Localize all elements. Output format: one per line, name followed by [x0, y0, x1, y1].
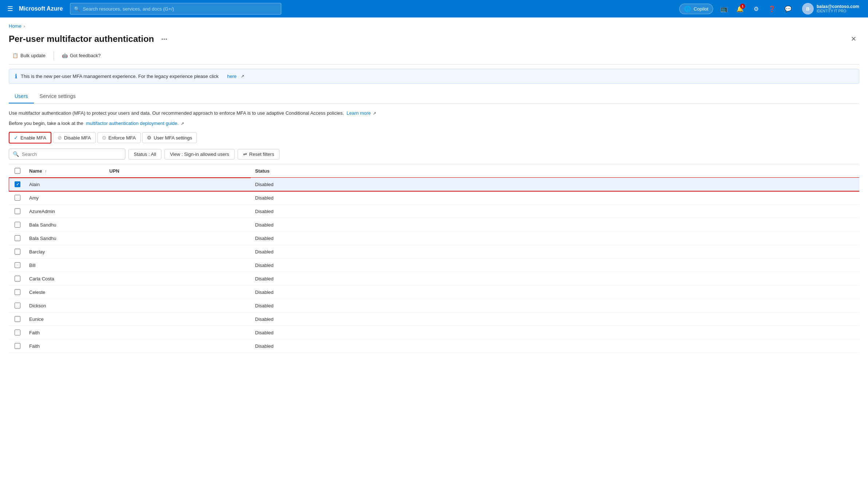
user-mfa-settings-button[interactable]: ⚙ User MFA settings — [142, 132, 197, 143]
row-name: Celeste — [25, 286, 105, 299]
feedback-button[interactable]: 🤖 Got feedback? — [58, 51, 105, 60]
row-status: Disabled — [251, 299, 859, 312]
settings-btn[interactable]: ⚙ — [750, 2, 763, 15]
row-upn — [105, 259, 251, 272]
user-mfa-settings-label: User MFA settings — [154, 135, 192, 141]
table-row[interactable]: FaithDisabled — [9, 326, 859, 339]
select-all-checkbox[interactable] — [15, 168, 20, 174]
table-row[interactable]: EuniceDisabled — [9, 312, 859, 326]
row-upn — [105, 191, 251, 205]
bulk-update-button[interactable]: 📋 Bulk update — [9, 51, 49, 60]
enable-mfa-check-icon: ✓ — [14, 135, 18, 141]
enforce-mfa-button[interactable]: ⊙ Enforce MFA — [97, 132, 141, 143]
feedback-icon: 📺 — [720, 5, 728, 12]
search-input[interactable] — [22, 151, 121, 157]
enable-mfa-label: Enable MFA — [20, 135, 46, 141]
search-input[interactable] — [83, 6, 277, 12]
notification-badge: 1 — [740, 4, 745, 9]
header-status[interactable]: Status — [251, 164, 859, 178]
row-upn — [105, 245, 251, 259]
row-status: Disabled — [251, 218, 859, 232]
header-name[interactable]: Name ↑ — [25, 164, 105, 178]
sort-icon: ↑ — [45, 169, 47, 173]
row-name: Amy — [25, 191, 105, 205]
row-status: Disabled — [251, 259, 859, 272]
row-checkbox-cell — [9, 245, 25, 259]
row-checkbox-cell — [9, 312, 25, 326]
view-filter-button[interactable]: View : Sign-in allowed users — [164, 149, 234, 160]
disable-mfa-icon: ⊘ — [58, 135, 62, 141]
table-row[interactable]: CelesteDisabled — [9, 286, 859, 299]
row-checkbox[interactable] — [15, 316, 20, 322]
avatar-initials: B — [806, 6, 809, 12]
legacy-link[interactable]: here — [227, 74, 236, 79]
row-upn — [105, 326, 251, 339]
table-row[interactable]: BarclayDisabled — [9, 245, 859, 259]
feedback-icon-btn[interactable]: 📺 — [718, 2, 731, 15]
user-account[interactable]: B balas@contoso.com IDENTITY IT PRO — [799, 1, 862, 16]
users-table: Name ↑ UPN Status AlainDisabledAmyDisabl… — [9, 164, 859, 353]
table-row[interactable]: Carla CostaDisabled — [9, 272, 859, 286]
copilot-button[interactable]: 🌐 Copilot — [679, 4, 713, 14]
reset-icon: ⇌ — [243, 151, 247, 157]
more-options-button[interactable]: ··· — [159, 33, 170, 45]
breadcrumb-separator: › — [24, 24, 25, 28]
learn-more-link[interactable]: Learn more — [347, 110, 371, 116]
tabs: Users Service settings — [9, 90, 859, 104]
disable-mfa-button[interactable]: ⊘ Disable MFA — [53, 132, 96, 143]
row-checkbox[interactable] — [15, 330, 20, 335]
row-checkbox[interactable] — [15, 343, 20, 349]
notification-btn[interactable]: 🔔 1 — [734, 2, 747, 15]
row-status: Disabled — [251, 312, 859, 326]
row-checkbox[interactable] — [15, 262, 20, 268]
tab-users[interactable]: Users — [9, 90, 34, 103]
user-info: balas@contoso.com IDENTITY IT PRO — [817, 4, 859, 13]
user-name: balas@contoso.com — [817, 4, 859, 9]
row-upn — [105, 205, 251, 218]
row-checkbox[interactable] — [15, 303, 20, 308]
tab-service-settings[interactable]: Service settings — [34, 90, 82, 103]
header-upn[interactable]: UPN — [105, 164, 251, 178]
enable-mfa-button[interactable]: ✓ Enable MFA — [9, 132, 51, 143]
table-row[interactable]: Bala SandhuDisabled — [9, 232, 859, 245]
deployment-guide-link[interactable]: multifactor authentication deployment gu… — [86, 121, 179, 126]
row-upn — [105, 286, 251, 299]
row-checkbox[interactable] — [15, 181, 20, 187]
status-filter-button[interactable]: Status : All — [128, 149, 161, 160]
filter-row: 🔍 Status : All View : Sign-in allowed us… — [9, 149, 859, 160]
search-bar[interactable]: 🔍 — [70, 3, 281, 15]
row-checkbox[interactable] — [15, 276, 20, 282]
table-row[interactable]: AzureAdminDisabled — [9, 205, 859, 218]
disable-mfa-label: Disable MFA — [64, 135, 91, 141]
help-btn[interactable]: ❓ — [766, 2, 779, 15]
feedback-label: Got feedback? — [70, 53, 101, 58]
search-box[interactable]: 🔍 — [9, 149, 125, 160]
table-row[interactable]: BillDisabled — [9, 259, 859, 272]
table-row[interactable]: FaithDisabled — [9, 339, 859, 353]
row-checkbox[interactable] — [15, 235, 20, 241]
chat-btn[interactable]: 💬 — [782, 2, 795, 15]
table-row[interactable]: Bala SandhuDisabled — [9, 218, 859, 232]
row-checkbox[interactable] — [15, 249, 20, 255]
row-checkbox-cell — [9, 218, 25, 232]
help-icon: ❓ — [769, 5, 776, 12]
breadcrumb-home[interactable]: Home — [9, 23, 21, 29]
toolbar: 📋 Bulk update 🤖 Got feedback? — [9, 51, 859, 64]
feedback-btn-icon: 🤖 — [62, 53, 68, 58]
external-link-icon: ↗ — [241, 74, 244, 79]
hamburger-menu[interactable]: ☰ — [6, 3, 15, 14]
users-table-container: Name ↑ UPN Status AlainDisabledAmyDisabl… — [9, 164, 859, 353]
row-checkbox[interactable] — [15, 195, 20, 201]
table-row[interactable]: DicksonDisabled — [9, 299, 859, 312]
close-button[interactable]: ✕ — [848, 33, 859, 45]
table-row[interactable]: AmyDisabled — [9, 191, 859, 205]
row-checkbox[interactable] — [15, 222, 20, 228]
row-checkbox[interactable] — [15, 208, 20, 214]
row-status: Disabled — [251, 205, 859, 218]
row-checkbox[interactable] — [15, 289, 20, 295]
header-checkbox-cell — [9, 164, 25, 178]
bulk-update-label: Bulk update — [20, 53, 46, 58]
reset-filters-button[interactable]: ⇌ Reset filters — [238, 149, 280, 160]
page-title: Per-user multifactor authentication — [9, 34, 154, 44]
table-row[interactable]: AlainDisabled — [9, 178, 859, 191]
